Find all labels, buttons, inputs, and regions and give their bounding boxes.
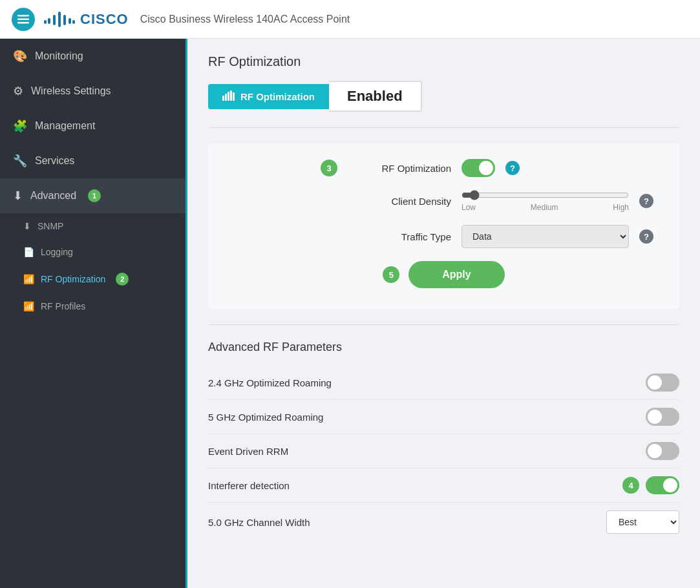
svg-rect-6 (48, 18, 50, 24)
sidebar-item-management[interactable]: 🧩 Management (0, 109, 186, 143)
svg-rect-4 (53, 15, 56, 25)
density-medium-label: Medium (531, 203, 558, 212)
tab-row: RF Optimization Enabled (208, 81, 679, 112)
traffic-type-select[interactable]: Data Voice Video (461, 225, 629, 248)
adv-24ghz-roaming-label: 2.4 GHz Optimized Roaming (208, 377, 332, 388)
traffic-type-label: Traffic Type (348, 231, 451, 242)
sidebar-sub-logging[interactable]: 📄 Logging (0, 239, 186, 265)
toggle-interferer-detection[interactable] (646, 476, 679, 494)
sidebar-sub-snmp[interactable]: ⬇ SNMP (0, 213, 186, 239)
adv-channel-width-label: 5.0 GHz Channel Width (208, 517, 310, 528)
advanced-rf-title: Advanced RF Parameters (208, 341, 679, 354)
sidebar-item-monitoring[interactable]: 🎨 Monitoring (0, 39, 186, 74)
rf-optimization-tab-label: RF Optimization (240, 91, 315, 102)
snmp-icon: ⬇ (23, 221, 31, 231)
adv-row-event-driven-rrm: Event Driven RRM (208, 434, 679, 468)
advanced-icon: ⬇ (13, 189, 23, 203)
client-density-row: Client Density Low Medium High ? (234, 190, 653, 212)
density-high-label: High (613, 203, 629, 212)
toggle-5ghz-roaming[interactable] (646, 408, 679, 426)
wireless-settings-icon: ⚙ (13, 84, 23, 98)
sidebar-item-services-label: Services (35, 155, 74, 167)
adv-5ghz-roaming-label: 5 GHz Optimized Roaming (208, 412, 323, 423)
density-labels: Low Medium High (461, 203, 629, 212)
svg-rect-2 (17, 22, 29, 24)
traffic-type-row: Traffic Type Data Voice Video ? (234, 225, 653, 248)
svg-rect-1 (17, 18, 29, 20)
toggle-24ghz-roaming[interactable] (646, 373, 679, 392)
rf-opt-sidebar-icon: 📶 (23, 274, 34, 284)
toggle-slider-event-driven (646, 442, 679, 460)
main-content: RF Optimization RF Optimization Enabled (187, 39, 700, 588)
sidebar: 🎨 Monitoring ⚙ Wireless Settings 🧩 Manag… (0, 39, 187, 588)
step4-badge: 4 (622, 477, 639, 494)
advanced-rf-section: Advanced RF Parameters 2.4 GHz Optimized… (208, 341, 679, 541)
rf-optimization-row: 3 RF Optimization ? (234, 159, 653, 177)
logging-icon: 📄 (23, 247, 34, 257)
adv-interferer-detection-label: Interferer detection (208, 480, 290, 491)
svg-rect-11 (225, 94, 227, 101)
adv-event-driven-rrm-right (646, 442, 679, 460)
cisco-logo-text: CISCO (80, 11, 129, 28)
toggle-slider (461, 159, 495, 177)
toggle-slider-24ghz (646, 373, 679, 392)
management-icon: 🧩 (13, 119, 27, 133)
toggle-slider-5ghz (646, 408, 679, 426)
client-density-label: Client Density (348, 196, 451, 207)
svg-rect-9 (72, 20, 75, 24)
header-title: Cisco Business Wireless 140AC Access Poi… (140, 14, 350, 25)
sidebar-sub-rf-opt-label: RF Optimization (41, 274, 105, 284)
client-density-help-icon[interactable]: ? (639, 194, 653, 208)
rf-optimization-field-label: RF Optimization (348, 163, 451, 174)
rf-optimization-toggle[interactable] (461, 159, 495, 177)
sidebar-item-monitoring-label: Monitoring (35, 50, 83, 62)
svg-rect-0 (17, 15, 29, 17)
section-divider-1 (208, 127, 679, 128)
advanced-badge: 1 (88, 189, 101, 202)
menu-button[interactable] (12, 8, 35, 31)
adv-row-24ghz-roaming: 2.4 GHz Optimized Roaming (208, 366, 679, 400)
page-title: RF Optimization (208, 54, 679, 69)
svg-rect-3 (58, 12, 61, 27)
cisco-logo-icon (44, 9, 75, 30)
rf-optimization-help-icon[interactable]: ? (505, 161, 520, 175)
sidebar-item-wireless-settings[interactable]: ⚙ Wireless Settings (0, 74, 186, 109)
app-header: CISCO Cisco Business Wireless 140AC Acce… (0, 0, 700, 39)
apply-row: 5 Apply (234, 261, 653, 288)
svg-rect-10 (222, 96, 224, 101)
toggle-event-driven-rrm[interactable] (646, 442, 679, 460)
svg-rect-7 (69, 18, 71, 24)
sidebar-item-advanced[interactable]: ⬇ Advanced 1 (0, 178, 186, 213)
density-low-label: Low (461, 203, 476, 212)
monitoring-icon: 🎨 (13, 49, 27, 63)
svg-rect-12 (228, 92, 229, 101)
sidebar-item-services[interactable]: 🔧 Services (0, 143, 186, 178)
adv-5ghz-roaming-right (646, 408, 679, 426)
cisco-logo: CISCO (44, 9, 129, 30)
main-layout: 🎨 Monitoring ⚙ Wireless Settings 🧩 Manag… (0, 39, 700, 588)
toggle-slider-interferer (646, 476, 679, 494)
adv-row-channel-width: 5.0 GHz Channel Width Best 20 MHz 40 MHz… (208, 503, 679, 541)
traffic-type-help-icon[interactable]: ? (639, 229, 653, 244)
adv-channel-width-right: Best 20 MHz 40 MHz 80 MHz (606, 510, 679, 534)
channel-width-select[interactable]: Best 20 MHz 40 MHz 80 MHz (606, 510, 679, 534)
sidebar-item-management-label: Management (35, 120, 95, 132)
tab-bars-icon (222, 90, 235, 103)
sidebar-sub-rf-profiles[interactable]: 📶 RF Profiles (0, 293, 186, 319)
sidebar-sub-logging-label: Logging (41, 247, 73, 257)
svg-rect-5 (63, 15, 66, 25)
sidebar-sub-rf-optimization[interactable]: 📶 RF Optimization 2 (0, 265, 186, 293)
adv-24ghz-roaming-right (646, 373, 679, 392)
section-divider-2 (208, 324, 679, 325)
step5-badge: 5 (383, 266, 399, 283)
tab-status: Enabled (329, 81, 422, 112)
sidebar-item-wireless-label: Wireless Settings (31, 85, 111, 97)
adv-event-driven-rrm-label: Event Driven RRM (208, 446, 288, 457)
apply-button[interactable]: Apply (408, 261, 504, 288)
adv-row-5ghz-roaming: 5 GHz Optimized Roaming (208, 400, 679, 434)
density-slider[interactable] (461, 190, 629, 200)
svg-rect-14 (233, 92, 235, 101)
rf-optimization-tab[interactable]: RF Optimization (208, 84, 329, 109)
adv-row-interferer-detection: Interferer detection 4 (208, 468, 679, 503)
svg-rect-8 (44, 20, 47, 24)
